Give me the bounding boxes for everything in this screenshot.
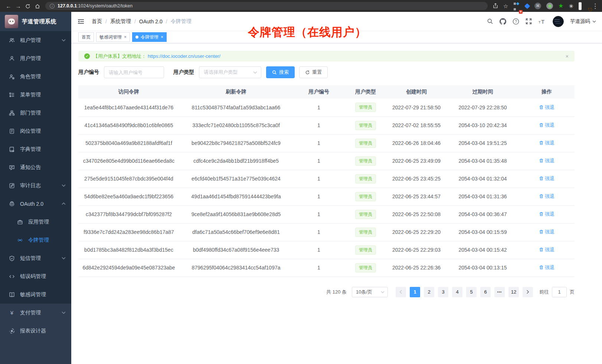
close-icon[interactable]: × <box>161 34 163 40</box>
address-bar[interactable]: i 127.0.0.1:1024/system/oauth2/token <box>45 2 488 10</box>
action-cell: 强退 <box>519 99 575 116</box>
forward-icon[interactable]: → <box>13 3 23 9</box>
prev-page-button[interactable] <box>396 287 406 297</box>
page-button-2[interactable]: 2 <box>424 287 434 297</box>
goto-page-input[interactable] <box>552 287 567 297</box>
force-logout-link[interactable]: 强退 <box>539 246 554 253</box>
sidebar-item-sensitive[interactable]: 敏感词管理 <box>0 285 71 304</box>
refresh-icon[interactable] <box>23 3 33 9</box>
sidebar-item-notice[interactable]: 通知公告 <box>0 158 71 176</box>
breadcrumb-item: 令牌管理 <box>171 18 192 25</box>
sidebar-item-app[interactable]: 应用管理 <box>0 213 71 231</box>
user-id-input[interactable] <box>104 66 164 78</box>
action-cell: 强退 <box>519 223 575 241</box>
user-type-badge: 管理员 <box>355 121 376 130</box>
doc-link[interactable]: https://doc.iocoder.cn/user-center/ <box>148 53 220 59</box>
sidebar-item-label: 岗位管理 <box>20 128 41 135</box>
alert-close-icon[interactable]: × <box>566 53 569 59</box>
tab-令牌管理[interactable]: 令牌管理× <box>132 32 167 42</box>
sidebar-item-role[interactable]: 角色管理 <box>0 67 71 86</box>
user-id-cell: 1 <box>293 170 345 188</box>
breadcrumb-item[interactable]: 系统管理 <box>110 18 131 25</box>
chevron-down-icon <box>592 20 596 23</box>
sidebar-item-token[interactable]: 令牌管理 <box>0 231 71 249</box>
sidebar-item-user[interactable]: 用户管理 <box>0 49 71 67</box>
search-icon[interactable] <box>487 18 493 24</box>
user-menu[interactable]: 芋道源码 <box>570 18 596 25</box>
collapse-sidebar-icon[interactable] <box>77 17 85 26</box>
page-button-3[interactable]: 3 <box>438 287 448 297</box>
sidebar-item-audit[interactable]: 审计日志 <box>0 176 71 195</box>
force-logout-link[interactable]: 强退 <box>539 140 554 146</box>
font-size-icon[interactable]: TT <box>538 18 546 25</box>
table-row: f9336e7c7dd242a283ee98dc86b17a87 dfa6c71… <box>78 223 575 241</box>
user-avatar[interactable] <box>553 16 564 27</box>
sms-icon <box>9 255 15 261</box>
sidebar-item-oauth[interactable]: OAuth 2.0 <box>0 195 71 213</box>
sidebar-item-menu-tree[interactable]: 菜单管理 <box>0 86 71 104</box>
breadcrumb-item[interactable]: OAuth 2.0 <box>139 19 163 24</box>
sidebar-item-tenant[interactable]: 租户管理 <box>0 31 71 49</box>
page-button-6[interactable]: 6 <box>480 287 491 297</box>
trash-icon <box>539 265 544 270</box>
command-extension-icon[interactable]: ⌘ <box>534 3 541 9</box>
force-logout-link[interactable]: 强退 <box>539 158 554 164</box>
breadcrumb-separator: / <box>134 19 136 24</box>
force-logout-link[interactable]: 强退 <box>539 104 554 111</box>
page-ellipsis[interactable]: ••• <box>494 287 505 297</box>
tab-敏感词管理[interactable]: 敏感词管理× <box>96 32 130 42</box>
pinwheel-extension-icon[interactable]: ✳ <box>569 3 573 9</box>
sidebar-item-label: 审计日志 <box>20 182 41 189</box>
extension-blocks-icon[interactable]: 9 <box>513 0 520 11</box>
bookmark-star-icon[interactable]: ☆ <box>503 3 508 9</box>
username: 芋道源码 <box>570 18 590 25</box>
sidebar-item-errcode[interactable]: 错误码管理 <box>0 267 71 285</box>
access-token-cell: b0d1785bc3a8482f812db4a3f3bd15ec <box>78 241 179 259</box>
page-button-1[interactable]: 1 <box>410 287 420 297</box>
sidebar-item-report[interactable]: 报表设计器 <box>0 322 71 340</box>
page-button-4[interactable]: 4 <box>452 287 462 297</box>
reset-button[interactable]: 重置 <box>299 66 328 78</box>
green-star-extension-icon[interactable]: ★ <box>558 3 563 9</box>
browser-menu-icon[interactable]: ⋮ <box>592 3 598 9</box>
back-icon[interactable]: ← <box>4 3 13 9</box>
tab-首页[interactable]: 首页 <box>78 32 94 42</box>
sidebar-item-sms[interactable]: 短信管理 <box>0 249 71 267</box>
breadcrumb-item[interactable]: 首页 <box>92 18 102 25</box>
close-icon[interactable]: × <box>124 34 127 40</box>
page-size-select[interactable]: 10条/页 <box>352 287 388 297</box>
force-logout-link[interactable]: 强退 <box>539 229 554 235</box>
logo-area[interactable]: 芋道管理系统 <box>0 12 71 31</box>
user-type-cell: 管理员 <box>345 170 386 188</box>
force-logout-link[interactable]: 强退 <box>539 122 554 129</box>
sidebar-item-pay[interactable]: ¥支付管理 <box>0 304 71 322</box>
recorder-extension-icon[interactable] <box>546 3 553 9</box>
share-icon[interactable] <box>493 3 498 9</box>
force-logout-link[interactable]: 强退 <box>539 264 554 271</box>
page-button-12[interactable]: 12 <box>508 287 519 297</box>
created-time-cell: 2022-06-25 23:44:57 <box>386 188 446 205</box>
force-logout-link[interactable]: 强退 <box>539 211 554 218</box>
action-cell: 强退 <box>519 134 575 152</box>
force-logout-link[interactable]: 强退 <box>539 175 554 182</box>
gem-extension-icon[interactable] <box>525 3 529 9</box>
role-icon <box>9 74 15 80</box>
home-icon[interactable] <box>33 3 42 9</box>
next-page-button[interactable] <box>523 287 533 297</box>
user-type-select[interactable]: 请选择用户类型 <box>199 66 261 78</box>
site-info-icon[interactable]: i <box>50 4 55 9</box>
search-button[interactable]: 搜索 <box>266 66 295 78</box>
force-logout-link[interactable]: 强退 <box>539 193 554 200</box>
sidebar-item-dict[interactable]: 字典管理 <box>0 140 71 158</box>
sidebar-item-dept[interactable]: 部门管理 <box>0 104 71 122</box>
help-icon[interactable]: ? <box>513 18 519 25</box>
url-path: :1024/system/oauth2/token <box>77 3 132 9</box>
github-icon[interactable] <box>500 18 506 25</box>
side-panel-icon[interactable] <box>579 3 582 9</box>
page-button-5[interactable]: 5 <box>466 287 477 297</box>
fullscreen-icon[interactable] <box>526 18 532 24</box>
sidebar-item-post[interactable]: 岗位管理 <box>0 122 71 140</box>
user-type-badge: 管理员 <box>355 263 376 272</box>
chevron-up-icon <box>62 202 66 205</box>
filter-bar: 用户编号 用户类型 请选择用户类型 搜索 <box>78 66 575 78</box>
